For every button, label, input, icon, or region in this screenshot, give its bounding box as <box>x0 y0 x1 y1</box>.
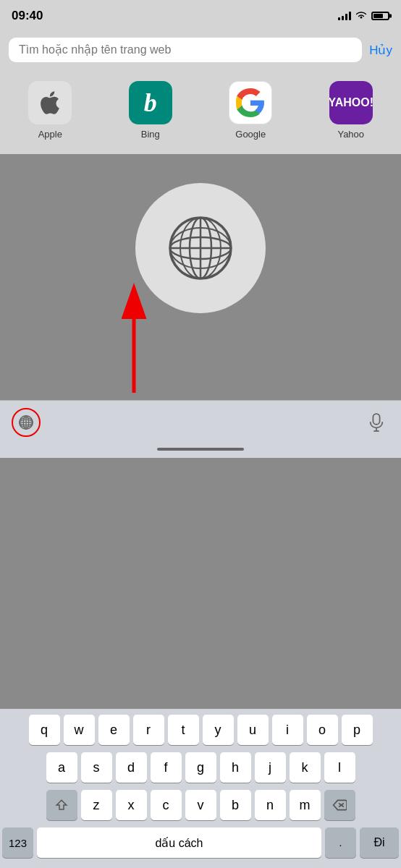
apple-icon-container <box>28 81 72 124</box>
bing-icon-container: b <box>129 81 172 124</box>
bing-label: Bing <box>141 129 160 140</box>
key-delete[interactable] <box>324 790 355 820</box>
wifi-icon <box>355 10 367 22</box>
key-w[interactable]: w <box>64 715 95 745</box>
status-bar: 09:40 <box>0 0 401 32</box>
globe-large-icon <box>161 208 240 288</box>
key-c[interactable]: c <box>151 790 182 820</box>
key-p[interactable]: p <box>342 715 373 745</box>
globe-keyboard-icon <box>18 414 34 430</box>
key-z[interactable]: z <box>81 790 112 820</box>
key-u[interactable]: u <box>237 715 269 745</box>
globe-keyboard-button[interactable] <box>12 408 41 437</box>
home-bar <box>157 448 244 451</box>
search-input[interactable] <box>9 38 362 62</box>
status-time: 09:40 <box>12 9 43 23</box>
mic-button[interactable] <box>363 409 389 435</box>
key-i[interactable]: i <box>272 715 303 745</box>
home-indicator <box>0 443 401 458</box>
favorite-apple[interactable]: Apple <box>21 81 79 140</box>
favorite-bing[interactable]: b Bing <box>122 81 180 140</box>
key-t[interactable]: t <box>168 715 199 745</box>
delete-icon <box>332 799 347 811</box>
shift-icon <box>55 799 68 812</box>
key-q[interactable]: q <box>29 715 60 745</box>
google-icon-container <box>229 81 272 124</box>
key-l[interactable]: l <box>324 752 355 783</box>
mic-icon <box>368 412 384 433</box>
globe-popup <box>135 183 266 313</box>
keyboard-row-1: q w e r t y u i o p <box>2 715 399 745</box>
favorites-section: Apple b Bing Google YAHOO! Yahoo <box>0 69 401 154</box>
keyboard-row-4: 123 dấu cách . Đi <box>2 827 399 858</box>
key-shift[interactable] <box>46 790 77 820</box>
keyboard-row-2: a s d f g h j k l <box>2 752 399 783</box>
yahoo-label: Yahoo <box>337 129 364 140</box>
key-y[interactable]: y <box>203 715 234 745</box>
keyboard-row-3: z x c v b n m <box>2 790 399 820</box>
key-period[interactable]: . <box>325 827 356 858</box>
keyboard: q w e r t y u i o p a s d f g h j k l z … <box>0 709 401 868</box>
apple-label: Apple <box>38 129 62 140</box>
key-m[interactable]: m <box>290 790 321 820</box>
key-g[interactable]: g <box>185 752 216 783</box>
bing-logo-icon: b <box>144 88 157 118</box>
key-s[interactable]: s <box>81 752 112 783</box>
yahoo-icon-container: YAHOO! <box>329 81 373 124</box>
key-go[interactable]: Đi <box>360 827 399 858</box>
key-numbers[interactable]: 123 <box>2 827 33 858</box>
apple-logo-icon <box>36 89 64 116</box>
key-space[interactable]: dấu cách <box>37 827 321 858</box>
google-label: Google <box>235 129 266 140</box>
key-n[interactable]: n <box>255 790 286 820</box>
key-a[interactable]: a <box>46 752 77 783</box>
favorite-google[interactable]: Google <box>221 81 279 140</box>
gray-area <box>0 154 401 400</box>
cancel-button[interactable]: Hủy <box>369 43 392 58</box>
battery-icon <box>371 12 389 20</box>
key-v[interactable]: v <box>185 790 216 820</box>
google-logo-icon <box>236 88 265 117</box>
key-j[interactable]: j <box>255 752 286 783</box>
yahoo-logo-icon: YAHOO! <box>329 96 373 109</box>
bottom-bar <box>0 400 401 443</box>
status-icons <box>338 10 389 22</box>
svg-rect-17 <box>373 414 379 425</box>
favorite-yahoo[interactable]: YAHOO! Yahoo <box>322 81 380 140</box>
key-d[interactable]: d <box>116 752 147 783</box>
key-h[interactable]: h <box>220 752 251 783</box>
key-b[interactable]: b <box>220 790 251 820</box>
key-k[interactable]: k <box>290 752 321 783</box>
key-r[interactable]: r <box>133 715 164 745</box>
key-f[interactable]: f <box>151 752 182 783</box>
search-bar-container: Hủy <box>0 32 401 69</box>
signal-icon <box>338 12 351 20</box>
key-e[interactable]: e <box>98 715 130 745</box>
key-x[interactable]: x <box>116 790 147 820</box>
key-o[interactable]: o <box>307 715 338 745</box>
